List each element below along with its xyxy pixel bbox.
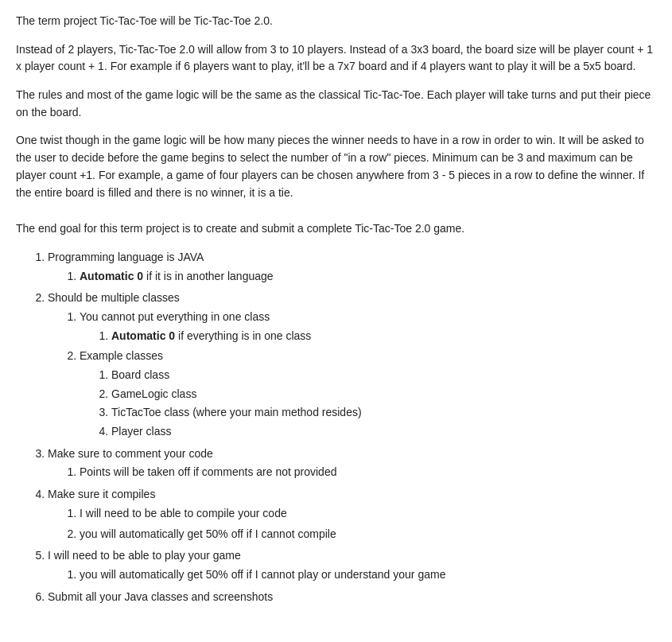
list-item-2: Should be multiple classes You cannot pu… xyxy=(48,290,656,441)
automatic-0-label-2: Automatic 0 xyxy=(111,329,175,342)
list-item-1-sub1-suffix: if it is in another language xyxy=(143,270,273,282)
paragraph-1: The term project Tic-Tac-Toe will be Tic… xyxy=(16,13,656,30)
list-item-2-sub2: Example classes Board class GameLogic cl… xyxy=(80,348,656,440)
list-item-3: Make sure to comment your code Points wi… xyxy=(48,446,656,481)
list-item-4-sub1-label: I will need to be able to compile your c… xyxy=(80,507,287,519)
gamelogic-class-label: GameLogic class xyxy=(111,387,196,400)
player-class-label: Player class xyxy=(111,425,171,438)
automatic-0-label-1: Automatic 0 xyxy=(80,270,143,282)
paragraph-5: The end goal for this term project is to… xyxy=(16,220,656,238)
paragraph-4: One twist though in the game logic will … xyxy=(16,132,656,201)
list-item-2-sub1-sublist: Automatic 0 if everything is in one clas… xyxy=(111,328,656,345)
tictactoe-class-label: TicTacToe class (where your main method … xyxy=(111,406,362,418)
list-item-4-sublist: I will need to be able to compile your c… xyxy=(80,505,656,543)
list-item-4-sub2: you will automatically get 50% off if I … xyxy=(80,526,656,543)
content-area: The term project Tic-Tac-Toe will be Tic… xyxy=(16,13,656,605)
list-item-4-label: Make sure it compiles xyxy=(48,488,155,500)
list-item-5-sub1-label: you will automatically get 50% off if I … xyxy=(80,568,445,581)
example-classes-list: Board class GameLogic class TicTacToe cl… xyxy=(111,367,656,441)
list-item-4-sub1: I will need to be able to compile your c… xyxy=(80,505,656,523)
main-list: Programming language is JAVA Automatic 0… xyxy=(48,249,656,605)
list-item-1-sub1: Automatic 0 if it is in another language xyxy=(80,268,656,286)
list-item-2-sub1-sub1: Automatic 0 if everything is in one clas… xyxy=(111,328,656,345)
list-item-2-sublist: You cannot put everything in one class A… xyxy=(80,309,656,441)
list-item-4: Make sure it compiles I will need to be … xyxy=(48,486,656,543)
list-item-2-label: Should be multiple classes xyxy=(48,291,180,304)
list-item-3-label: Make sure to comment your code xyxy=(48,447,213,460)
list-item-3-sub1-label: Points will be taken off if comments are… xyxy=(80,465,336,478)
list-item-1: Programming language is JAVA Automatic 0… xyxy=(48,249,656,285)
list-item-5: I will need to be able to play your game… xyxy=(48,547,656,583)
list-item-5-label: I will need to be able to play your game xyxy=(48,549,241,562)
list-item-6: Submit all your Java classes and screens… xyxy=(48,589,656,606)
board-class-label: Board class xyxy=(111,368,169,381)
list-item-3-sublist: Points will be taken off if comments are… xyxy=(80,464,656,481)
gamelogic-class-item: GameLogic class xyxy=(111,386,656,403)
list-item-2-sub1-label: You cannot put everything in one class xyxy=(80,310,270,323)
paragraph-3: The rules and most of the game logic wil… xyxy=(16,87,656,121)
tictactoe-class-item: TicTacToe class (where your main method … xyxy=(111,404,656,422)
list-item-1-sublist: Automatic 0 if it is in another language xyxy=(80,268,656,286)
list-item-5-sublist: you will automatically get 50% off if I … xyxy=(80,566,656,584)
list-item-2-sub1: You cannot put everything in one class A… xyxy=(80,309,656,344)
player-class-item: Player class xyxy=(111,423,656,441)
list-item-6-label: Submit all your Java classes and screens… xyxy=(48,590,273,603)
list-item-1-label: Programming language is JAVA xyxy=(48,251,204,263)
list-item-3-sub1: Points will be taken off if comments are… xyxy=(80,464,656,481)
list-item-2-sub2-label: Example classes xyxy=(80,349,163,362)
list-item-2-sub1-sub1-suffix: if everything is in one class xyxy=(175,329,311,342)
board-class-item: Board class xyxy=(111,367,656,384)
paragraph-2: Instead of 2 players, Tic-Tac-Toe 2.0 wi… xyxy=(16,41,656,76)
list-item-5-sub1: you will automatically get 50% off if I … xyxy=(80,566,656,584)
list-item-4-sub2-label: you will automatically get 50% off if I … xyxy=(80,527,336,540)
